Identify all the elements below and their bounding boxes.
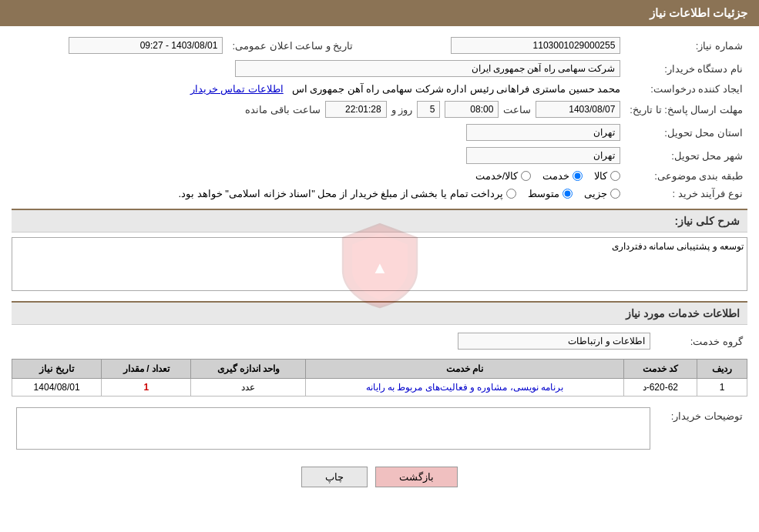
service-group-label: گروه خدمت: <box>655 330 747 353</box>
cell-name: برنامه نویسی، مشاوره و فعالیت‌های مربوط … <box>306 379 623 396</box>
radio-kala-khedmat[interactable] <box>521 171 531 181</box>
deadline-label: مهلت ارسال پاسخ: تا تاریخ: <box>625 98 747 121</box>
table-row: 1 620-62-د برنامه نویسی، مشاوره و فعالیت… <box>12 379 747 396</box>
city-value-cell <box>12 144 625 167</box>
process-value-cell: جزیی متوسط پرداخت تمام یا بخشی از مبلغ خ… <box>12 185 625 202</box>
creator-value-cell: محمد حسین ماستری فراهانی رئیس اداره شرکت… <box>12 80 625 98</box>
city-label: شهر محل تحویل: <box>625 144 747 167</box>
deadline-remaining-input[interactable] <box>325 101 387 118</box>
creator-text: محمد حسین ماستری فراهانی رئیس اداره شرکت… <box>292 83 621 95</box>
cell-unit: عدد <box>191 379 306 396</box>
id-input[interactable] <box>451 37 620 54</box>
city-row: شهر محل تحویل: <box>12 144 747 167</box>
buyer-notes-section: توضیحات خریدار: <box>12 404 747 455</box>
page-wrapper: جزئیات اطلاعات نیاز شماره نیاز: تاریخ و … <box>0 0 759 532</box>
radio-kala[interactable] <box>610 171 620 181</box>
province-label: استان محل تحویل: <box>625 121 747 144</box>
announce-input[interactable] <box>69 37 223 54</box>
buyer-input[interactable] <box>235 60 620 77</box>
buyer-notes-textarea[interactable] <box>16 407 650 450</box>
print-button[interactable]: چاپ <box>301 467 368 487</box>
services-title: اطلاعات خدمات مورد نیاز <box>626 307 740 320</box>
col-radif: ردیف <box>697 360 747 379</box>
esnad-label: پرداخت تمام یا بخشی از مبلغ خریدار از مح… <box>179 188 504 199</box>
service-group-value-cell <box>12 330 655 353</box>
province-row: استان محل تحویل: <box>12 121 747 144</box>
khedmat-label: خدمت <box>542 170 569 182</box>
col-unit: واحد اندازه گیری <box>191 360 306 379</box>
buyer-notes-label: توضیحات خریدار: <box>655 404 747 455</box>
col-qty: تعداد / مقدار <box>102 360 191 379</box>
creator-contact-link[interactable]: اطلاعات تماس خریدار <box>190 83 284 95</box>
radio-esnad[interactable] <box>506 189 516 199</box>
buyer-row: نام دستگاه خریدار: <box>12 57 747 80</box>
kala-label: کالا <box>594 170 607 182</box>
service-group-table: گروه خدمت: <box>12 330 747 353</box>
creator-label: ایجاد کننده درخواست: <box>625 80 747 98</box>
province-input[interactable] <box>466 124 620 141</box>
cell-date: 1404/08/01 <box>12 379 102 396</box>
page-title: جزئیات اطلاعات نیاز <box>650 6 747 19</box>
radio-motavasset[interactable] <box>563 189 573 199</box>
back-button[interactable]: بازگشت <box>375 467 458 487</box>
deadline-days-input[interactable] <box>417 101 440 118</box>
col-name: نام خدمت <box>306 360 623 379</box>
process-jozi[interactable]: جزیی <box>584 188 620 199</box>
deadline-value-cell: ساعت روز و ساعت باقی مانده <box>12 98 625 121</box>
page-header: جزئیات اطلاعات نیاز <box>0 0 759 26</box>
buyer-label: نام دستگاه خریدار: <box>625 57 747 80</box>
process-esnad[interactable]: پرداخت تمام یا بخشی از مبلغ خریدار از مح… <box>179 188 517 199</box>
category-value-cell: کالا خدمت کالا/خدمت <box>12 167 625 185</box>
days-label: روز و <box>391 104 413 115</box>
services-header-row: ردیف کد خدمت نام خدمت واحد اندازه گیری ت… <box>12 360 747 379</box>
category-row: طبقه بندی موضوعی: کالا خدمت <box>12 167 747 185</box>
description-label: شرح کلی نیاز: <box>675 215 740 227</box>
cell-radif: 1 <box>697 379 747 396</box>
motavasset-label: متوسط <box>528 188 559 199</box>
category-label: طبقه بندی موضوعی: <box>625 167 747 185</box>
process-label: نوع فرآیند خرید : <box>625 185 747 202</box>
announce-label: تاریخ و ساعت اعلان عمومی: <box>227 34 358 57</box>
remaining-label: ساعت باقی مانده <box>245 104 320 115</box>
time-label: ساعت <box>503 104 531 115</box>
category-kala-khedmat[interactable]: کالا/خدمت <box>475 170 532 182</box>
kala-khedmat-label: کالا/خدمت <box>475 170 519 182</box>
process-motavasset[interactable]: متوسط <box>528 188 573 199</box>
service-group-row: گروه خدمت: <box>12 330 747 353</box>
services-table: ردیف کد خدمت نام خدمت واحد اندازه گیری ت… <box>12 359 747 396</box>
content-area: شماره نیاز: تاریخ و ساعت اعلان عمومی: نا… <box>0 26 759 507</box>
id-label: شماره نیاز: <box>625 34 747 57</box>
svg-text:▲: ▲ <box>371 257 388 276</box>
id-value-cell <box>388 34 625 57</box>
buyer-notes-row: توضیحات خریدار: <box>12 404 747 455</box>
province-value-cell <box>12 121 625 144</box>
announce-value-cell <box>12 34 227 57</box>
cell-qty: 1 <box>102 379 191 396</box>
button-row: بازگشت چاپ <box>12 467 747 487</box>
radio-jozi[interactable] <box>610 189 620 199</box>
deadline-time-input[interactable] <box>445 101 499 118</box>
process-row: نوع فرآیند خرید : جزیی متوسط <box>12 185 747 202</box>
main-info-table: شماره نیاز: تاریخ و ساعت اعلان عمومی: نا… <box>12 34 747 202</box>
buyer-notes-table: توضیحات خریدار: <box>12 404 747 455</box>
buyer-notes-value-cell <box>12 404 655 455</box>
buyer-value-cell <box>12 57 625 80</box>
creator-row: ایجاد کننده درخواست: محمد حسین ماستری فر… <box>12 80 747 98</box>
watermark-shield-icon: ▲ <box>334 219 426 312</box>
category-kala[interactable]: کالا <box>594 170 620 182</box>
jozi-label: جزیی <box>584 188 607 199</box>
col-code: کد خدمت <box>623 360 697 379</box>
id-announce-row: شماره نیاز: تاریخ و ساعت اعلان عمومی: <box>12 34 747 57</box>
service-group-input[interactable] <box>458 333 650 350</box>
radio-khedmat[interactable] <box>573 171 583 181</box>
col-date: تاریخ نیاز <box>12 360 102 379</box>
city-input[interactable] <box>466 147 620 164</box>
deadline-row: مهلت ارسال پاسخ: تا تاریخ: ساعت روز و سا… <box>12 98 747 121</box>
description-area: ▲ توسعه و پشتیبانی سامانه دفترداری <box>12 237 747 293</box>
category-khedmat[interactable]: خدمت <box>542 170 583 182</box>
deadline-date-input[interactable] <box>536 101 620 118</box>
cell-code: 620-62-د <box>623 379 697 396</box>
